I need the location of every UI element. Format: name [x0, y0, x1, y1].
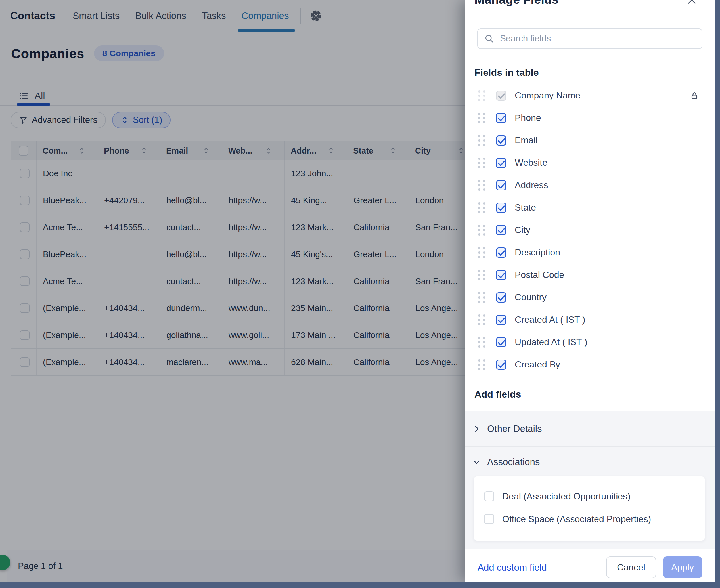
field-checkbox[interactable]: [496, 158, 506, 168]
association-option: Deal (Associated Opportunities): [474, 485, 705, 508]
association-checkbox[interactable]: [484, 491, 494, 501]
drag-handle-icon[interactable]: [478, 225, 485, 235]
field-row: Country: [465, 286, 715, 309]
group-other-details-label: Other Details: [487, 423, 542, 434]
field-label: Address: [515, 180, 548, 190]
field-label: State: [515, 202, 536, 213]
drag-handle-icon[interactable]: [478, 202, 485, 213]
field-row: Created At ( IST ): [465, 309, 715, 331]
field-label: Created At ( IST ): [515, 314, 585, 325]
group-associations[interactable]: Associations: [465, 447, 715, 474]
field-label: Website: [515, 158, 548, 168]
field-checkbox[interactable]: [496, 225, 506, 235]
panel-title: Manage Fields: [474, 0, 558, 6]
field-checkbox[interactable]: [496, 180, 506, 190]
field-row: Address: [465, 174, 715, 196]
group-associations-section: Associations Deal (Associated Opportunit…: [465, 447, 715, 549]
field-row: Updated At ( IST ): [465, 331, 715, 353]
drag-handle-icon[interactable]: [478, 292, 485, 303]
field-label: Description: [515, 247, 560, 258]
field-label: Updated At ( IST ): [515, 337, 588, 348]
field-label: Country: [515, 292, 547, 302]
drag-handle-icon[interactable]: [478, 247, 485, 258]
fields-in-table-heading: Fields in table: [474, 67, 715, 78]
field-label: Created By: [515, 359, 560, 370]
manage-fields-panel: Manage Fields Fields in table Compan: [465, 0, 715, 582]
association-label: Office Space (Associated Properties): [502, 514, 651, 524]
chevron-right-icon: [472, 424, 481, 433]
panel-header: Manage Fields: [465, 0, 715, 17]
group-other-details[interactable]: Other Details: [465, 411, 715, 446]
drag-handle-icon[interactable]: [478, 314, 485, 325]
field-checkbox[interactable]: [496, 315, 506, 325]
apply-button[interactable]: Apply: [663, 556, 702, 579]
drag-handle-icon[interactable]: [478, 337, 485, 348]
field-checkbox[interactable]: [496, 90, 506, 101]
field-checkbox[interactable]: [496, 292, 506, 302]
drag-handle-icon[interactable]: [478, 90, 485, 101]
field-row: Website: [465, 151, 715, 174]
chevron-down-icon: [472, 458, 481, 466]
associations-card: Deal (Associated Opportunities) Office S…: [474, 477, 705, 541]
field-label: Phone: [515, 113, 541, 123]
search-icon: [484, 34, 494, 44]
field-row: Postal Code: [465, 264, 715, 286]
field-checkbox[interactable]: [496, 270, 506, 280]
add-custom-field-link[interactable]: Add custom field: [477, 562, 547, 573]
lock-icon: [690, 91, 699, 101]
field-checkbox[interactable]: [496, 113, 506, 123]
vertical-scrollbar[interactable]: [715, 0, 720, 588]
field-checkbox[interactable]: [496, 337, 506, 348]
app-root: Contacts Smart Lists Bulk Actions Tasks …: [0, 0, 720, 588]
field-row: Company Name: [465, 84, 715, 107]
field-row: Description: [465, 241, 715, 264]
drag-handle-icon[interactable]: [478, 113, 485, 123]
cancel-button[interactable]: Cancel: [606, 556, 656, 579]
field-row: City: [465, 219, 715, 241]
field-label: Postal Code: [515, 270, 564, 280]
field-label: City: [515, 225, 530, 235]
field-row: Phone: [465, 107, 715, 129]
association-option: Office Space (Associated Properties): [474, 508, 705, 530]
drag-handle-icon[interactable]: [478, 158, 485, 168]
close-icon[interactable]: [686, 0, 698, 6]
fields-list: Company Name Phone: [465, 84, 715, 376]
add-fields-groups: Other Details Associations Dea: [465, 411, 715, 549]
field-row: Created By: [465, 353, 715, 376]
field-checkbox[interactable]: [496, 248, 506, 258]
association-label: Deal (Associated Opportunities): [502, 491, 631, 502]
field-row: State: [465, 196, 715, 219]
drag-handle-icon[interactable]: [478, 135, 485, 146]
drag-handle-icon[interactable]: [478, 180, 485, 191]
field-row: Email: [465, 129, 715, 151]
field-checkbox[interactable]: [496, 360, 506, 370]
group-associations-label: Associations: [487, 457, 540, 467]
drag-handle-icon[interactable]: [478, 270, 485, 280]
field-checkbox[interactable]: [496, 203, 506, 213]
association-checkbox[interactable]: [484, 514, 494, 524]
horizontal-scrollbar[interactable]: [0, 582, 720, 588]
drag-handle-icon[interactable]: [478, 359, 485, 370]
panel-footer: Add custom field Cancel Apply: [465, 552, 715, 582]
field-search: [477, 28, 702, 49]
add-fields-heading: Add fields: [474, 389, 715, 400]
field-label: Email: [515, 135, 537, 146]
search-fields-input[interactable]: [500, 34, 696, 44]
field-checkbox[interactable]: [496, 135, 506, 146]
field-label: Company Name: [515, 90, 580, 101]
